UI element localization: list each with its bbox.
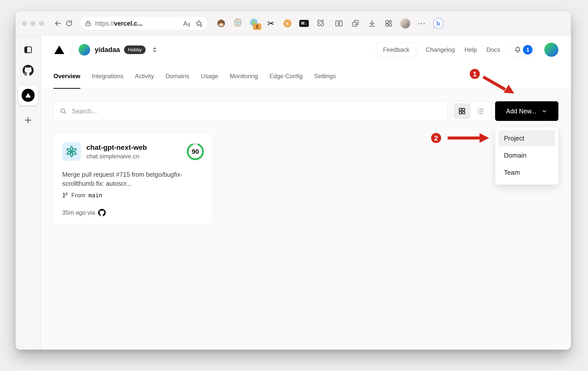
profile-avatar[interactable] xyxy=(399,17,412,30)
score-value: 90 xyxy=(189,145,202,158)
url-text[interactable]: https://vercel.c... xyxy=(95,20,180,27)
nav-link-help[interactable]: Help xyxy=(464,46,477,53)
more-menu-icon[interactable]: ⋯ xyxy=(415,17,428,30)
team-switcher-icon[interactable] xyxy=(149,44,160,55)
back-icon[interactable] xyxy=(52,18,64,29)
team-avatar[interactable] xyxy=(79,44,90,56)
notifications-button[interactable]: 1 xyxy=(510,42,535,57)
browser-window: https://vercel.c... A 2 xyxy=(16,11,571,350)
user-avatar[interactable] xyxy=(544,43,558,57)
tab-overview[interactable]: Overview xyxy=(53,64,80,88)
tab-settings[interactable]: Settings xyxy=(314,64,336,88)
downloads-icon[interactable] xyxy=(366,17,379,30)
new-tab-icon[interactable] xyxy=(23,115,34,126)
search-box[interactable] xyxy=(53,101,447,121)
list-view-button[interactable] xyxy=(472,103,489,119)
openai-logo-icon xyxy=(65,145,78,158)
lock-icon[interactable] xyxy=(85,18,92,29)
project-domain[interactable]: chat.simplenaive.cn xyxy=(86,152,147,160)
list-view-icon xyxy=(477,107,484,115)
split-screen-icon[interactable] xyxy=(332,17,345,30)
profile-photo xyxy=(400,18,410,28)
nav-link-docs[interactable]: Docs xyxy=(486,46,500,53)
tab-edge-config[interactable]: Edge Config xyxy=(269,64,303,88)
add-new-button[interactable]: Add New... xyxy=(495,101,558,121)
tampermonkey-icon[interactable] xyxy=(215,17,228,30)
branch-row: From main xyxy=(62,192,204,199)
from-label: From xyxy=(71,192,85,199)
projects-content: Add New... chat-gpt-ne xyxy=(41,89,571,350)
nav-link-changelog[interactable]: Changelog xyxy=(426,46,455,53)
tab-integrations[interactable]: Integrations xyxy=(92,64,123,88)
search-input[interactable] xyxy=(71,107,441,115)
markdown-extension-icon[interactable]: M↓ xyxy=(298,17,311,30)
chevron-down-icon xyxy=(541,108,547,114)
browser-essentials-icon[interactable] xyxy=(382,17,395,30)
deploy-time: 35m ago via xyxy=(62,209,95,216)
github-tab-icon[interactable] xyxy=(23,65,34,76)
tab-domains[interactable]: Domains xyxy=(165,64,189,88)
screenshot-stage: https://vercel.c... A 2 xyxy=(0,0,588,371)
controls-row: Add New... xyxy=(53,101,558,121)
bell-icon xyxy=(514,46,521,54)
add-new-dropdown: Project Domain Team xyxy=(495,127,558,185)
score-ring[interactable]: 90 xyxy=(187,143,204,160)
vercel-tab-bar: Overview Integrations Activity Domains U… xyxy=(41,64,571,89)
dropdown-item-team[interactable]: Team xyxy=(498,164,555,180)
notification-badge: 1 xyxy=(523,45,533,55)
close-window-button[interactable] xyxy=(22,21,27,26)
favorite-star-icon[interactable] xyxy=(195,18,203,29)
svg-text:b: b xyxy=(437,20,440,27)
breadcrumb-slash xyxy=(70,44,74,55)
git-branch-icon xyxy=(62,192,68,198)
project-card[interactable]: chat-gpt-next-web chat.simplenaive.cn 90… xyxy=(53,133,213,225)
toolbar-right-group: ⋯ b xyxy=(332,17,445,30)
commit-message[interactable]: Merge pull request #715 from betgo/bugfi… xyxy=(62,170,198,188)
extension-badge: 2 xyxy=(253,23,261,30)
dropdown-item-domain[interactable]: Domain xyxy=(498,147,555,163)
url-host: vercel.c... xyxy=(114,20,143,27)
extensions-puzzle-icon[interactable] xyxy=(314,17,327,30)
read-aloud-icon[interactable]: A xyxy=(183,20,191,27)
project-name[interactable]: chat-gpt-next-web xyxy=(86,143,147,152)
feedback-button[interactable]: Feedback xyxy=(376,42,416,57)
vercel-page: yidadaa Hobby Feedback Changelog Help Do… xyxy=(41,36,571,350)
view-toggle xyxy=(451,101,491,121)
bing-chat-icon[interactable]: b xyxy=(432,17,445,30)
traffic-lights xyxy=(22,21,44,26)
collections-icon[interactable] xyxy=(349,17,362,30)
zoom-window-button[interactable] xyxy=(39,21,44,26)
add-new-label: Add New... xyxy=(506,108,537,115)
vercel-tab-active[interactable] xyxy=(18,85,38,105)
pinned-site-icon[interactable]: 2 xyxy=(248,17,261,30)
window-body: yidadaa Hobby Feedback Changelog Help Do… xyxy=(16,36,571,350)
vercel-favicon xyxy=(22,89,35,102)
vertical-tabs-sidebar xyxy=(16,36,41,350)
github-icon xyxy=(98,209,106,216)
toolbar-divider xyxy=(330,19,330,27)
toggle-sidebar-icon[interactable] xyxy=(23,44,34,55)
extensions-group: 2 ✂ V. M↓ xyxy=(215,17,327,30)
tab-usage[interactable]: Usage xyxy=(201,64,218,88)
branch-name[interactable]: main xyxy=(88,192,102,199)
team-name[interactable]: yidadaa xyxy=(95,46,120,54)
project-titles: chat-gpt-next-web chat.simplenaive.cn xyxy=(86,143,147,160)
deploy-meta: 35m ago via xyxy=(62,209,204,216)
project-card-header: chat-gpt-next-web chat.simplenaive.cn 90 xyxy=(62,142,204,161)
scissors-extension-icon[interactable]: ✂ xyxy=(264,17,277,30)
url-protocol: https:// xyxy=(95,20,114,27)
avatar-extension-icon[interactable] xyxy=(231,17,244,30)
vercel-logo[interactable] xyxy=(53,44,65,55)
browser-toolbar: https://vercel.c... A 2 xyxy=(16,11,571,36)
tab-activity[interactable]: Activity xyxy=(135,64,154,88)
refresh-icon[interactable] xyxy=(64,18,75,29)
dropdown-item-project[interactable]: Project xyxy=(498,130,555,146)
minimize-window-button[interactable] xyxy=(31,21,35,26)
grid-view-button[interactable] xyxy=(453,103,471,119)
vercel-header: yidadaa Hobby Feedback Changelog Help Do… xyxy=(41,36,571,64)
v-extension-icon[interactable]: V. xyxy=(281,17,294,30)
address-bar[interactable]: https://vercel.c... A xyxy=(80,17,208,30)
header-right: Feedback Changelog Help Docs 1 xyxy=(376,42,558,57)
tab-monitoring[interactable]: Monitoring xyxy=(230,64,258,88)
plan-badge: Hobby xyxy=(124,45,146,54)
